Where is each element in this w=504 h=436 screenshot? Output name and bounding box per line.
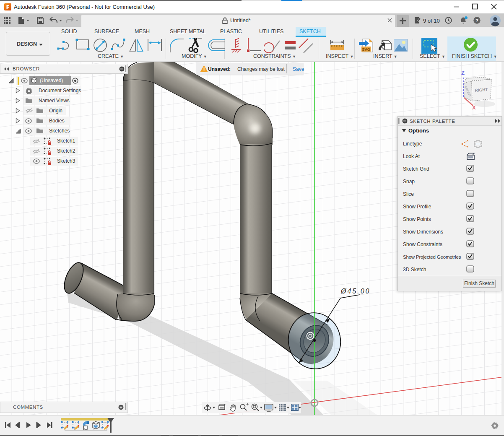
- svg-text:RIGHT: RIGHT: [475, 87, 488, 93]
- svg-text:Z: Z: [461, 70, 465, 76]
- svg-text:X: X: [472, 104, 476, 111]
- svg-text:Ø45.00: Ø45.00: [340, 288, 370, 295]
- svg-text:SVG: SVG: [362, 47, 370, 52]
- svg-text:?: ?: [475, 18, 478, 23]
